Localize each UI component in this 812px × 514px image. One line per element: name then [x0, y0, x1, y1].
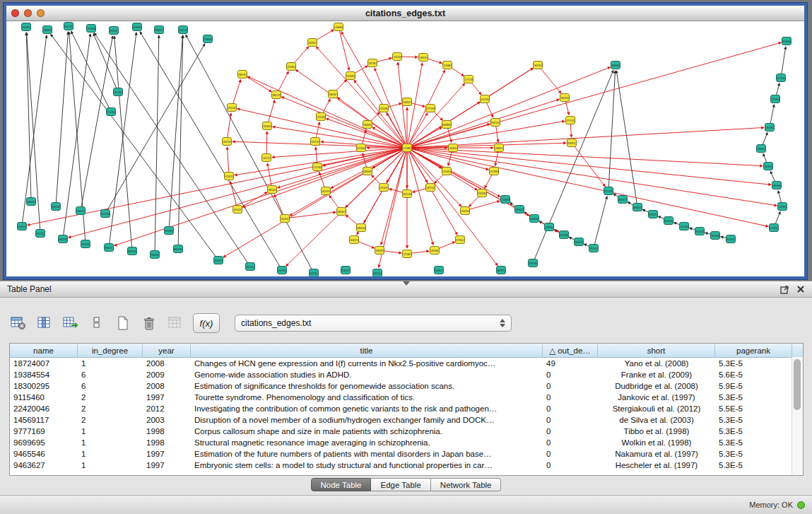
network-canvas[interactable]: 1724084511626410175502341187334296113297… — [6, 21, 804, 276]
graph-node[interactable]: 21456044 — [287, 63, 296, 71]
graph-node[interactable]: 20351340 — [228, 104, 237, 112]
zoom-button[interactable] — [37, 9, 45, 17]
table-row[interactable]: 1872400712008Changes of HCN gene express… — [10, 358, 803, 369]
export-table-icon[interactable] — [61, 313, 81, 333]
graph-edge-black[interactable] — [533, 70, 613, 263]
graph-node[interactable]: 9770452 — [456, 236, 465, 244]
graph-node[interactable]: 15158595 — [346, 72, 355, 80]
graph-node[interactable]: 11435023 — [771, 95, 780, 103]
graph-node[interactable]: 9450427 — [435, 267, 444, 274]
graph-node[interactable]: 9901750 — [59, 235, 68, 243]
graph-edge-black[interactable] — [51, 34, 218, 260]
graph-node[interactable]: 9022465 — [174, 245, 183, 253]
graph-node[interactable]: 10519034 — [165, 227, 174, 235]
graph-node[interactable]: 9450442 — [214, 257, 223, 264]
graph-node[interactable]: 6775031 — [770, 224, 779, 232]
graph-node[interactable]: 7850326 — [560, 94, 570, 102]
graph-node[interactable]: 10266401 — [133, 23, 142, 31]
graph-node[interactable]: 9422144 — [64, 23, 73, 30]
graph-node[interactable]: 18724007 — [322, 187, 331, 195]
column-header-out_degree[interactable]: △ out_de… — [543, 344, 598, 357]
graph-edge-red[interactable] — [272, 148, 407, 157]
graph-edge-red[interactable] — [465, 201, 500, 211]
graph-node[interactable]: 12430425 — [545, 223, 554, 231]
graph-node[interactable]: 9567412 — [491, 119, 500, 127]
graph-edge-red[interactable] — [407, 42, 781, 148]
graph-node[interactable]: 21466463 — [334, 23, 343, 31]
graph-node[interactable]: 17550234 — [442, 168, 452, 175]
graph-node[interactable]: 10553125 — [81, 240, 90, 248]
graph-node[interactable]: 9145038 — [560, 231, 569, 239]
graph-node[interactable]: 9450031 — [110, 27, 119, 35]
graph-node[interactable]: 18300295 — [363, 168, 372, 175]
graph-node[interactable]: 20268416 — [263, 122, 272, 130]
graph-node[interactable]: 9611329 — [403, 190, 412, 198]
graph-node[interactable]: 1956504 — [22, 23, 31, 31]
graph-node[interactable]: 14145039 — [765, 124, 775, 132]
graph-node[interactable]: 9427161 — [36, 230, 45, 238]
graph-node[interactable]: 2083915 — [43, 26, 52, 34]
graph-node[interactable]: 10045133 — [373, 269, 382, 277]
graph-node[interactable]: 12155409 — [313, 163, 322, 171]
graph-edge-black[interactable] — [114, 36, 132, 251]
graph-node[interactable]: 9465221 — [105, 244, 114, 252]
network-window-titlebar[interactable]: citations_edges.txt — [6, 6, 804, 21]
table-row[interactable]: 977716911998Corpus callosum shape and si… — [10, 426, 803, 437]
graph-node[interactable]: 9777169 — [426, 105, 435, 112]
graph-node[interactable]: 12210638 — [490, 168, 499, 175]
table-selector-dropdown[interactable]: citations_edges.txt — [235, 315, 512, 332]
graph-node[interactable]: 10511234 — [179, 26, 188, 34]
graph-node[interactable]: 9516044 — [782, 37, 792, 45]
graph-node[interactable]: 26060532 — [27, 198, 36, 206]
graph-node[interactable]: 10486475 — [495, 144, 504, 152]
table-row[interactable]: 1456911722003Disruption of a novel membe… — [10, 414, 803, 426]
graph-node[interactable]: 15013221 — [233, 206, 242, 214]
tab-network-table[interactable]: Network Table — [431, 478, 502, 491]
graph-node[interactable]: 9549321 — [567, 139, 577, 147]
graph-node[interactable]: 9112165 — [107, 108, 116, 116]
column-header-title[interactable]: title — [191, 344, 543, 357]
graph-node[interactable]: 19054012 — [268, 186, 277, 194]
table-row[interactable]: 946554611997Estimation of the future num… — [10, 448, 803, 460]
graph-edge-black[interactable] — [105, 44, 205, 214]
graph-node[interactable]: 9200383 — [478, 189, 487, 197]
column-header-name[interactable]: name — [10, 344, 78, 357]
graph-node[interactable]: 10543216 — [534, 62, 543, 69]
graph-edge-black[interactable] — [56, 32, 68, 206]
graph-node[interactable]: 10691637 — [329, 90, 338, 98]
graph-node[interactable]: 9734231 — [225, 173, 234, 180]
graph-node[interactable]: 10225046 — [680, 223, 689, 230]
graph-node[interactable]: 16364722 — [350, 236, 359, 244]
graph-node[interactable]: 10245056 — [529, 259, 538, 267]
graph-node[interactable]: 7625442 — [281, 215, 290, 223]
graph-edge-red[interactable] — [407, 67, 611, 148]
graph-edge-red[interactable] — [407, 148, 763, 166]
graph-node[interactable]: 12450416 — [278, 267, 287, 274]
graph-node[interactable]: 11544198 — [393, 53, 402, 61]
graph-node[interactable]: 11626410 — [449, 144, 458, 152]
graph-node[interactable]: 11466139 — [204, 35, 213, 43]
graph-edge-red[interactable] — [485, 68, 533, 99]
graph-node[interactable]: 9463627 — [337, 208, 346, 216]
graph-edge-black[interactable] — [155, 35, 159, 255]
graph-node[interactable]: 19384554 — [363, 121, 372, 129]
float-panel-icon[interactable] — [780, 285, 789, 294]
graph-node[interactable]: 10797334 — [311, 138, 320, 146]
function-builder-button[interactable]: f(x) — [193, 313, 220, 333]
tab-edge-table[interactable]: Edge Table — [371, 478, 430, 491]
graph-node[interactable]: 12200663 — [443, 62, 452, 69]
graph-node[interactable]: 22005872 — [308, 39, 317, 47]
graph-edge-red[interactable] — [407, 148, 771, 185]
graph-edge-black[interactable] — [608, 71, 616, 191]
graph-node[interactable]: 15958024 — [757, 145, 766, 153]
graph-node[interactable]: 10056123 — [515, 206, 524, 214]
graph-node[interactable]: 9105048 — [711, 232, 720, 240]
graph-node[interactable]: 12054160 — [772, 182, 782, 189]
graph-node[interactable]: 19001442 — [238, 71, 247, 78]
graph-node[interactable]: 22420046 — [379, 105, 389, 112]
graph-node[interactable]: 11873342 — [426, 184, 435, 192]
table-row[interactable]: 946362711997Embryonic stem cells: a mode… — [10, 460, 803, 471]
graph-node[interactable]: 14569117 — [403, 98, 412, 106]
graph-edge-black[interactable] — [71, 31, 111, 112]
graph-node[interactable]: 9922403 — [246, 263, 255, 271]
